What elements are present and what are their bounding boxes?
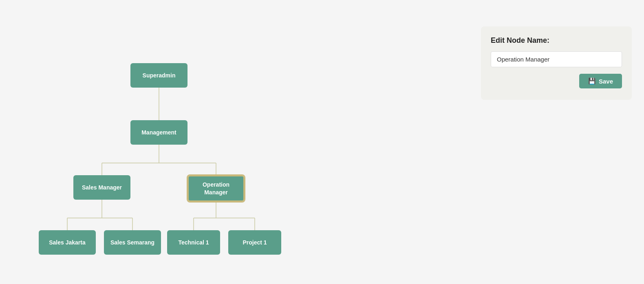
node-name-input[interactable] — [491, 51, 622, 67]
node-operation-manager[interactable]: OperationManager — [187, 175, 245, 202]
node-technical-1[interactable]: Technical 1 — [167, 230, 220, 255]
node-superadmin[interactable]: Superadmin — [130, 63, 187, 88]
node-sales-semarang[interactable]: Sales Semarang — [104, 230, 161, 255]
org-chart-area: Superadmin Management Sales Manager Oper… — [0, 0, 481, 284]
node-management[interactable]: Management — [130, 120, 187, 145]
node-project-1[interactable]: Project 1 — [228, 230, 281, 255]
org-chart: Superadmin Management Sales Manager Oper… — [16, 16, 465, 268]
edit-panel: Edit Node Name: 💾 Save — [481, 26, 632, 100]
node-sales-manager[interactable]: Sales Manager — [73, 175, 130, 200]
save-button[interactable]: 💾 Save — [579, 74, 622, 88]
edit-panel-title: Edit Node Name: — [491, 36, 622, 45]
save-icon: 💾 — [588, 77, 596, 85]
node-sales-jakarta[interactable]: Sales Jakarta — [39, 230, 96, 255]
